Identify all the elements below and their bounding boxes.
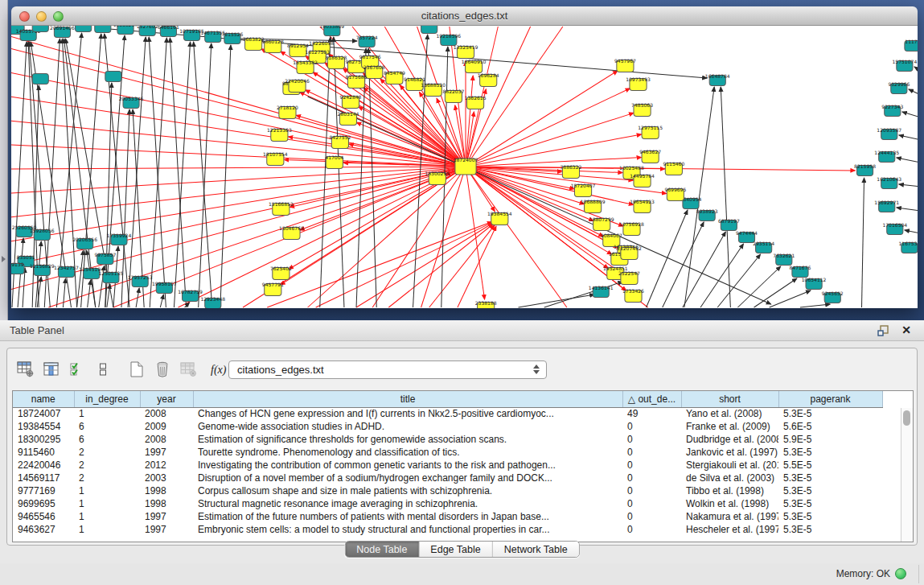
- graph-node[interactable]: 1733426: [622, 289, 644, 303]
- cell-title[interactable]: Estimation of significance thresholds fo…: [193, 433, 622, 446]
- graph-node[interactable]: 15166852: [269, 202, 294, 216]
- cell-out-degree[interactable]: 0: [622, 420, 681, 433]
- cell-pagerank[interactable]: 5.3E-5: [778, 523, 882, 536]
- graph-node[interactable]: 22420046: [285, 79, 310, 93]
- cell-name[interactable]: 9777169: [13, 484, 74, 497]
- graph-node[interactable]: 15720407: [571, 183, 596, 197]
- graph-node[interactable]: 1527602: [137, 26, 158, 36]
- graph-node[interactable]: [32, 74, 48, 84]
- graph-node[interactable]: 16543382: [293, 60, 318, 74]
- cell-out-degree[interactable]: 0: [622, 433, 681, 446]
- graph-node[interactable]: 12975115: [638, 126, 663, 139]
- graph-node[interactable]: 9457967: [614, 59, 636, 72]
- cell-in-degree[interactable]: 1: [74, 510, 140, 523]
- cell-in-degree[interactable]: 1: [74, 484, 140, 497]
- graph-node[interactable]: 10654112: [802, 278, 827, 290]
- scrollbar-thumb[interactable]: [903, 410, 910, 426]
- graph-node[interactable]: 20691406: [50, 26, 75, 38]
- graph-node[interactable]: 19958107: [152, 282, 177, 294]
- graph-edge[interactable]: [899, 184, 918, 187]
- graph-node[interactable]: 18724007: [454, 157, 478, 175]
- tab-edge-table[interactable]: Edge Table: [419, 542, 492, 557]
- cell-name[interactable]: 9463627: [13, 523, 74, 536]
- graph-node[interactable]: 2803144: [338, 112, 359, 126]
- cell-pagerank[interactable]: 5.5E-5: [778, 459, 882, 472]
- graph-node[interactable]: [76, 26, 92, 32]
- graph-node[interactable]: 19654923: [630, 200, 655, 213]
- graph-edge[interactable]: [429, 225, 495, 307]
- cell-name[interactable]: 9465546: [13, 510, 74, 523]
- graph-edge[interactable]: [11, 167, 466, 266]
- graph-node[interactable]: 8186328: [325, 56, 347, 69]
- new-column-icon[interactable]: [126, 359, 147, 380]
- column-header-in-degree[interactable]: in_degree: [74, 391, 140, 407]
- cell-pagerank[interactable]: 5.3E-5: [778, 407, 882, 420]
- graph-node[interactable]: 15692971: [874, 200, 899, 212]
- table-row[interactable]: 946362711997Embryonic stem cells: a mode…: [13, 523, 900, 536]
- cell-name[interactable]: 9699695: [13, 497, 74, 510]
- cell-year[interactable]: 1998: [140, 497, 193, 510]
- graph-node[interactable]: 8454749: [384, 71, 405, 84]
- delete-table-icon[interactable]: [178, 359, 199, 380]
- graph-node[interactable]: 2338188: [475, 301, 497, 308]
- graph-node[interactable]: 19218596: [436, 34, 461, 46]
- cell-pagerank[interactable]: 5.3E-5: [778, 472, 882, 484]
- graph-node[interactable]: 2522547: [618, 271, 640, 285]
- graph-edge[interactable]: [754, 278, 797, 307]
- cell-name[interactable]: 18724007: [13, 407, 74, 420]
- cell-name[interactable]: 18300295: [13, 433, 74, 446]
- graph-node[interactable]: 8813054: [418, 26, 440, 34]
- graph-edge[interactable]: [267, 222, 492, 307]
- cell-pagerank[interactable]: 5.9E-5: [778, 433, 882, 446]
- graph-edge[interactable]: [862, 178, 864, 307]
- graph-node[interactable]: 7485063: [631, 103, 653, 117]
- graph-node[interactable]: 14495784: [630, 174, 655, 187]
- graph-node[interactable]: 9457791: [262, 282, 284, 296]
- column-header-year[interactable]: year: [140, 391, 193, 407]
- graph-edge[interactable]: [737, 266, 780, 307]
- graph-node[interactable]: 17016504: [882, 223, 907, 235]
- graph-node[interactable]: 8215958: [854, 164, 876, 176]
- cell-out-degree[interactable]: 0: [622, 446, 681, 459]
- cell-out-degree[interactable]: 49: [622, 407, 681, 420]
- graph-node[interactable]: 16210643: [877, 177, 901, 189]
- cell-out-degree[interactable]: 0: [622, 472, 681, 484]
- column-header-title[interactable]: title: [193, 391, 622, 407]
- cell-short[interactable]: Stergiakouli et al. (2012): [681, 459, 778, 472]
- column-header-pagerank[interactable]: pagerank: [778, 391, 882, 407]
- tab-network-table[interactable]: Network Table: [493, 542, 579, 557]
- graph-node[interactable]: [105, 72, 121, 82]
- graph-edge[interactable]: [149, 37, 166, 307]
- graph-node[interactable]: 18300295: [425, 171, 450, 185]
- graph-edge[interactable]: [800, 304, 830, 307]
- table-row[interactable]: 1872400712008Changes of HCN gene express…: [13, 407, 900, 420]
- table-row[interactable]: 977716911998Corpus callosum shape and si…: [13, 484, 900, 497]
- rows-icon[interactable]: [92, 359, 113, 380]
- cell-title[interactable]: Investigating the contribution of common…: [193, 459, 622, 472]
- graph-node[interactable]: 17957253: [128, 275, 153, 287]
- cell-short[interactable]: Jankovic et al. (1997): [681, 446, 778, 459]
- cell-in-degree[interactable]: 2: [74, 459, 140, 472]
- graph-edge[interactable]: [150, 38, 166, 307]
- column-header-name[interactable]: name: [13, 391, 74, 407]
- graph-node[interactable]: [32, 26, 48, 32]
- cell-name[interactable]: 19384554: [13, 420, 74, 433]
- graph-edge[interactable]: [458, 226, 496, 307]
- graph-node[interactable]: 1696284: [478, 73, 499, 87]
- graph-edge[interactable]: [170, 38, 186, 307]
- graph-node[interactable]: 10973493: [626, 77, 651, 91]
- graph-edge[interactable]: [909, 89, 918, 95]
- cell-in-degree[interactable]: 1: [74, 497, 140, 510]
- cell-out-degree[interactable]: 0: [622, 459, 681, 472]
- cell-title[interactable]: Structural magnetic resonance image aver…: [193, 497, 622, 510]
- cell-in-degree[interactable]: 2: [74, 472, 140, 484]
- graph-edge[interactable]: [518, 295, 594, 307]
- graph-node[interactable]: 8822037: [442, 89, 464, 103]
- graph-node[interactable]: 19384554: [487, 212, 512, 225]
- graph-edge[interactable]: [128, 37, 146, 307]
- network-canvas[interactable]: 1405571220691406209571911065328715276026…: [11, 26, 918, 308]
- graph-node[interactable]: 9227343: [881, 105, 903, 117]
- graph-node[interactable]: 417004: [325, 155, 343, 169]
- cell-year[interactable]: 1997: [140, 523, 193, 536]
- graph-node[interactable]: 10756928: [619, 222, 644, 236]
